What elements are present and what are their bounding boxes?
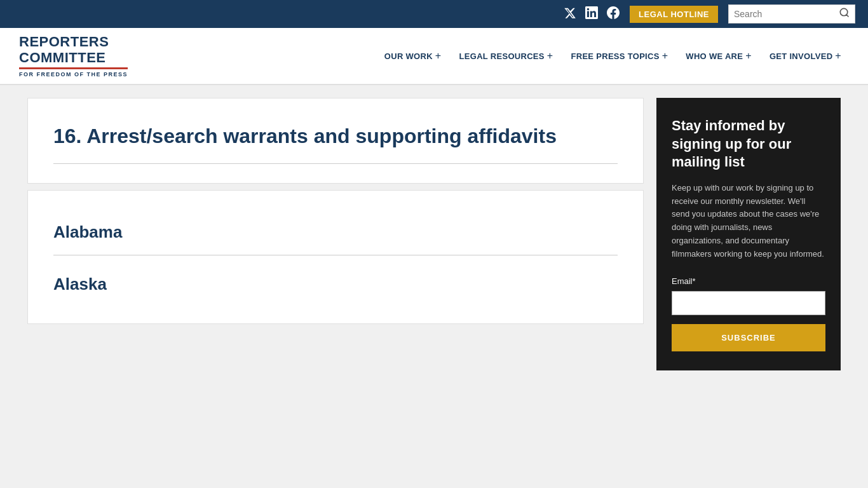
search-container [728, 4, 855, 24]
sidebar: Stay informed by signing up for our mail… [656, 98, 841, 370]
main-area: 16. Arrest/search warrants and supportin… [27, 98, 644, 370]
linkedin-icon[interactable] [585, 6, 598, 22]
main-nav: OUR WORK + LEGAL RESOURCES + FREE PRESS … [153, 45, 849, 67]
nav-item-our-work[interactable]: OUR WORK + [377, 45, 449, 67]
sidebar-description: Keep up with our work by signing up to r… [672, 182, 825, 261]
email-input[interactable] [672, 291, 825, 315]
title-divider [53, 163, 618, 164]
nav-item-get-involved[interactable]: GET INVOLVED + [762, 45, 849, 67]
content-card: Alabama Alaska [27, 190, 644, 324]
subscribe-button[interactable]: SUBSCRIBE [672, 324, 825, 351]
state-divider-alabama [53, 255, 618, 255]
nav-item-who-we-are[interactable]: WHO WE ARE + [678, 45, 759, 67]
social-icons [564, 6, 620, 22]
state-heading-alabama: Alabama [53, 210, 618, 242]
logo[interactable]: REPORTERS COMMITTEE FOR FREEDOM OF THE P… [19, 34, 128, 77]
nav-plus-legal-resources: + [547, 50, 553, 62]
nav-item-legal-resources[interactable]: LEGAL RESOURCES + [452, 45, 561, 67]
search-input[interactable] [734, 9, 839, 19]
nav-item-free-press-topics[interactable]: FREE PRESS TOPICS + [563, 45, 675, 67]
sidebar-box: Stay informed by signing up for our mail… [656, 98, 841, 370]
nav-plus-free-press-topics: + [662, 50, 668, 62]
facebook-icon[interactable] [607, 6, 620, 22]
logo-line1: REPORTERS COMMITTEE [19, 34, 128, 65]
nav-plus-our-work: + [435, 50, 442, 62]
site-header: REPORTERS COMMITTEE FOR FREEDOM OF THE P… [0, 28, 868, 85]
twitter-icon[interactable] [564, 7, 576, 22]
top-bar: LEGAL HOTLINE [0, 0, 868, 28]
nav-plus-get-involved: + [835, 50, 841, 62]
legal-hotline-button[interactable]: LEGAL HOTLINE [630, 6, 718, 23]
article-title: 16. Arrest/search warrants and supportin… [53, 124, 618, 148]
search-icon[interactable] [839, 8, 850, 20]
nav-plus-who-we-are: + [745, 50, 752, 62]
email-label: Email* [672, 276, 825, 286]
logo-subtitle: FOR FREEDOM OF THE PRESS [19, 67, 128, 78]
page-content: 16. Arrest/search warrants and supportin… [15, 98, 853, 370]
state-heading-alaska: Alaska [53, 268, 618, 294]
sidebar-title: Stay informed by signing up for our mail… [672, 117, 825, 172]
title-card: 16. Arrest/search warrants and supportin… [27, 98, 644, 184]
